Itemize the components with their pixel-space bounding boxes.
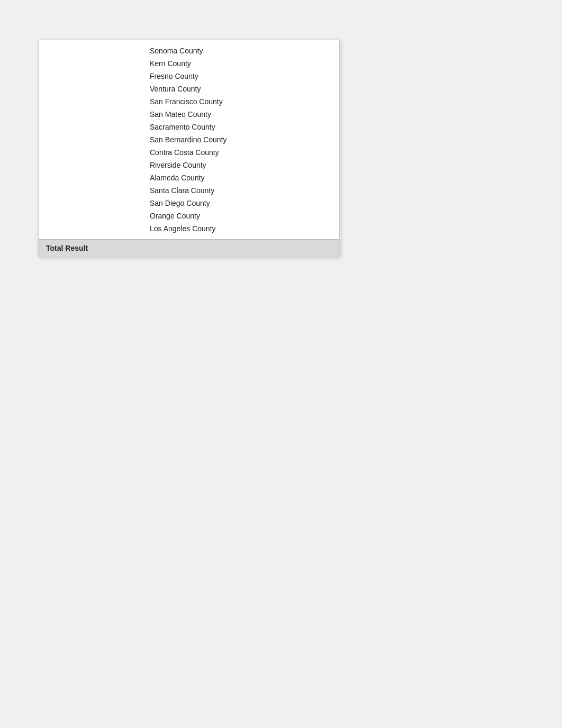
total-result-row: Total Result	[39, 239, 339, 257]
list-item[interactable]: Sacramento County	[39, 121, 339, 133]
list-item[interactable]: San Francisco County	[39, 95, 339, 108]
list-item[interactable]: Santa Clara County	[39, 184, 339, 197]
list-item[interactable]: San Mateo County	[39, 108, 339, 121]
list-item[interactable]: Riverside County	[39, 159, 339, 171]
list-item[interactable]: San Bernardino County	[39, 133, 339, 146]
list-item[interactable]: Sonoma County	[39, 44, 339, 57]
list-item[interactable]: San Diego County	[39, 197, 339, 210]
list-item[interactable]: Kern County	[39, 57, 339, 70]
list-item[interactable]: Fresno County	[39, 70, 339, 83]
list-item[interactable]: Alameda County	[39, 171, 339, 184]
list-item[interactable]: Los Angeles County	[39, 222, 339, 235]
list-item[interactable]: Ventura County	[39, 83, 339, 95]
county-panel: Sonoma CountyKern CountyFresno CountyVen…	[38, 40, 340, 257]
list-item[interactable]: Contra Costa County	[39, 146, 339, 159]
list-item[interactable]: Orange County	[39, 210, 339, 222]
county-list: Sonoma CountyKern CountyFresno CountyVen…	[39, 40, 339, 239]
total-result-label: Total Result	[46, 244, 88, 252]
